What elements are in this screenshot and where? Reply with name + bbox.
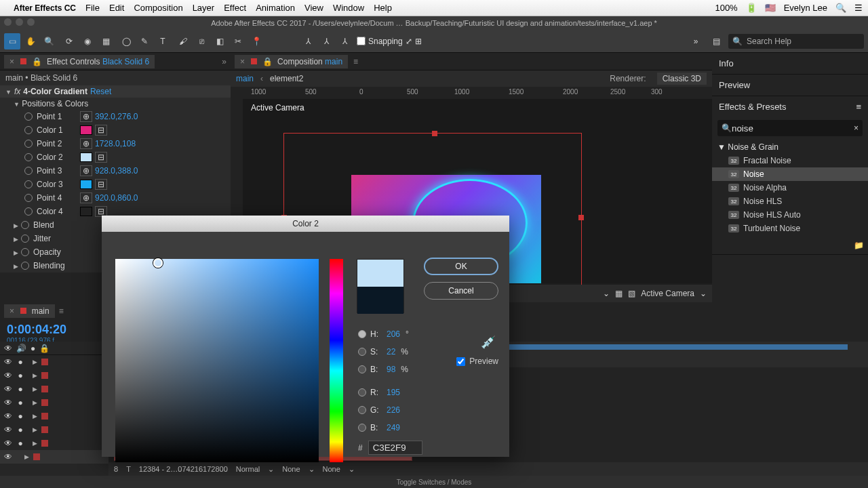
- spotlight-icon[interactable]: 🔍: [835, 3, 846, 13]
- snapping-checkbox[interactable]: [357, 37, 366, 45]
- b2-value[interactable]: 249: [387, 423, 400, 432]
- eyedropper-icon[interactable]: ⊟: [95, 152, 107, 163]
- crosshair-icon[interactable]: ⊕: [80, 165, 92, 176]
- param-row[interactable]: Point 4⊕920.0,860.0: [0, 191, 231, 205]
- h-radio[interactable]: [358, 330, 366, 338]
- layer-row[interactable]: 👁: [0, 450, 108, 464]
- eyedropper-icon[interactable]: ⊟: [95, 179, 107, 190]
- stopwatch-icon[interactable]: [24, 194, 33, 202]
- shape-tool[interactable]: ◯: [118, 33, 134, 49]
- menu-layer[interactable]: Layer: [193, 3, 215, 13]
- param-row[interactable]: Color 2⊟: [0, 150, 231, 164]
- timeline-footer[interactable]: Toggle Switches / Modes: [0, 476, 868, 488]
- g-radio[interactable]: [358, 406, 366, 414]
- solo-column-icon[interactable]: ●: [31, 344, 35, 353]
- color-swatch[interactable]: [80, 207, 92, 216]
- axis-world-icon[interactable]: ⅄: [318, 33, 334, 49]
- puppet-tool[interactable]: 📍: [248, 33, 264, 49]
- menu-animation[interactable]: Animation: [256, 3, 295, 13]
- disclosure-icon[interactable]: [33, 399, 37, 406]
- effects-search[interactable]: 🔍 ×: [717, 120, 863, 136]
- audio-column-icon[interactable]: 🔊: [16, 344, 26, 353]
- disclosure-icon[interactable]: [33, 413, 37, 420]
- axis-local-icon[interactable]: ⅄: [300, 33, 316, 49]
- help-search[interactable]: 🔍 Search Help: [728, 34, 864, 49]
- param-group[interactable]: Positions & Colors: [0, 98, 231, 110]
- menu-view[interactable]: View: [304, 3, 323, 13]
- effect-preset-item[interactable]: 32Noise: [712, 167, 868, 181]
- preview-panel[interactable]: Preview: [712, 75, 868, 96]
- param-value[interactable]: 1728.0,108: [95, 139, 136, 148]
- composition-tab[interactable]: × 🔒 Composition main: [235, 55, 348, 68]
- param-row[interactable]: Color 3⊟: [0, 178, 231, 191]
- grid-icon[interactable]: ▦: [615, 289, 623, 298]
- panel-menu-icon[interactable]: ≡: [59, 306, 64, 316]
- menu-edit[interactable]: Edit: [109, 3, 124, 13]
- lock-icon[interactable]: 🔒: [262, 57, 273, 66]
- hue-slider[interactable]: [330, 259, 343, 462]
- solo-toggle[interactable]: ●: [16, 411, 24, 421]
- lock-column-icon[interactable]: 🔒: [39, 344, 50, 353]
- stopwatch-icon[interactable]: [24, 207, 33, 216]
- renderer-dropdown[interactable]: Classic 3D: [657, 73, 707, 85]
- hex-input[interactable]: [368, 441, 422, 455]
- pen-tool[interactable]: ✎: [136, 33, 153, 49]
- disclosure-icon[interactable]: [14, 234, 18, 243]
- param-row[interactable]: Point 1⊕392.0,276.0: [0, 110, 231, 123]
- flag-icon[interactable]: 🇺🇸: [765, 3, 776, 13]
- effect-preset-item[interactable]: 32Noise HLS: [712, 195, 868, 208]
- visibility-toggle[interactable]: 👁: [4, 452, 12, 462]
- chevron-left-icon[interactable]: ‹: [260, 74, 263, 83]
- axis-view-icon[interactable]: ⅄: [336, 33, 353, 49]
- panel-menu-icon[interactable]: ≡: [856, 102, 861, 112]
- stopwatch-icon[interactable]: [21, 262, 29, 270]
- eyedropper-icon[interactable]: ⊟: [95, 125, 107, 136]
- menu-composition[interactable]: Composition: [134, 3, 182, 13]
- overflow-icon[interactable]: »: [688, 33, 704, 49]
- selection-tool[interactable]: ▭: [4, 33, 20, 49]
- disclosure-icon[interactable]: [33, 426, 37, 433]
- effect-preset-item[interactable]: 32Turbulent Noise: [712, 222, 868, 235]
- cancel-button[interactable]: Cancel: [424, 282, 498, 300]
- solo-toggle[interactable]: ●: [16, 357, 24, 367]
- layer-row[interactable]: 👁●: [0, 396, 108, 409]
- brush-tool[interactable]: 🖌: [175, 33, 191, 49]
- zoom-tool[interactable]: 🔍: [41, 33, 57, 49]
- resize-handle[interactable]: [578, 215, 584, 220]
- app-name[interactable]: After Effects CC: [14, 3, 76, 13]
- s-radio[interactable]: [358, 348, 366, 356]
- effect-preset-item[interactable]: 32Fractal Noise: [712, 154, 868, 167]
- color-swatch[interactable]: [80, 125, 92, 135]
- stopwatch-icon[interactable]: [24, 140, 33, 148]
- color-cursor[interactable]: [153, 258, 163, 268]
- resize-handle[interactable]: [432, 131, 437, 136]
- stopwatch-icon[interactable]: [24, 167, 33, 175]
- menu-file[interactable]: File: [85, 3, 100, 13]
- stopwatch-icon[interactable]: [21, 248, 29, 256]
- disclosure-icon[interactable]: [33, 359, 37, 365]
- eye-column-icon[interactable]: 👁: [4, 344, 12, 353]
- param-row[interactable]: Point 2⊕1728.0,108: [0, 137, 231, 150]
- new-bin-icon[interactable]: 📁: [854, 241, 864, 250]
- snapping-toggle[interactable]: Snapping ⤢ ⊞: [357, 37, 422, 46]
- reset-button[interactable]: Reset: [90, 87, 111, 96]
- layer-row[interactable]: 👁●: [0, 382, 108, 396]
- eraser-tool[interactable]: ◧: [212, 33, 228, 49]
- panel-menu-icon[interactable]: ≡: [353, 57, 358, 66]
- panel-overflow-icon[interactable]: »: [222, 57, 226, 66]
- s-value[interactable]: 22: [387, 347, 395, 357]
- r-value[interactable]: 195: [387, 388, 400, 397]
- snap-opt-icon[interactable]: ⤢: [406, 37, 412, 46]
- disclosure-icon[interactable]: [33, 440, 37, 447]
- chevron-down-icon[interactable]: ⌄: [700, 289, 707, 298]
- close-icon[interactable]: ×: [240, 57, 245, 66]
- solo-toggle[interactable]: ●: [16, 439, 24, 448]
- old-color-swatch[interactable]: [357, 287, 403, 314]
- disclosure-icon[interactable]: [5, 87, 12, 96]
- stopwatch-icon[interactable]: [24, 180, 33, 188]
- param-row[interactable]: Color 1⊟: [0, 123, 231, 137]
- effect-preset-item[interactable]: 32Noise Alpha: [712, 181, 868, 195]
- snap-opt2-icon[interactable]: ⊞: [415, 37, 422, 46]
- lock-icon[interactable]: 🔒: [32, 57, 42, 66]
- camera-tool[interactable]: ◉: [79, 33, 96, 49]
